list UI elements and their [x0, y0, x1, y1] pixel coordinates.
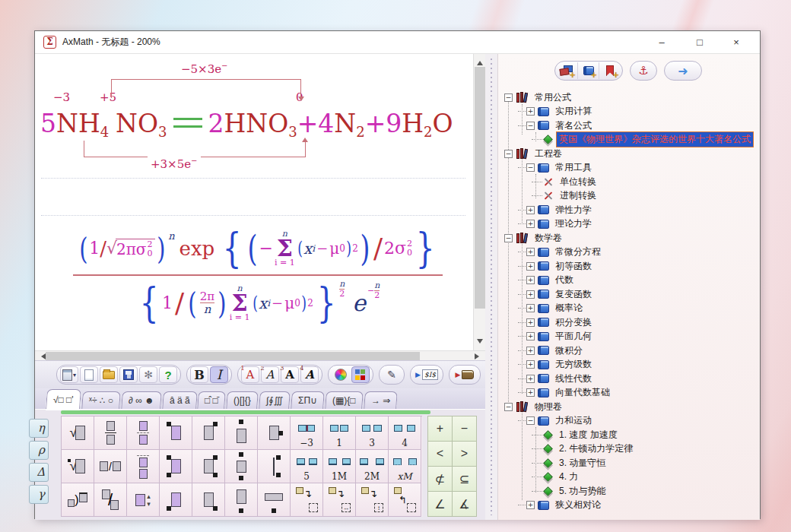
template-wide-underscript[interactable]: [258, 483, 291, 517]
font-preset-2-button[interactable]: 2A: [261, 366, 279, 383]
tab-operators[interactable]: ˣ÷ ∴ ○: [81, 391, 121, 409]
template-right-superscript[interactable]: [192, 416, 225, 450]
maximize-button[interactable]: □: [682, 31, 717, 54]
template-space-1M[interactable]: 1M: [323, 450, 356, 483]
template-overscript[interactable]: [225, 416, 258, 450]
template-side-dots[interactable]: ▴▾: [127, 483, 160, 517]
tree-item-notebook[interactable]: +积分变换: [501, 315, 757, 330]
symbol-angle[interactable]: ∠: [428, 492, 453, 517]
tree-item-notebook[interactable]: +概率论: [501, 302, 757, 316]
tree-item-notebook[interactable]: +理论力学: [501, 217, 757, 232]
help-button[interactable]: ?: [159, 366, 177, 383]
color-palette-button[interactable]: [351, 366, 370, 383]
tab-templates[interactable]: √□ □': [46, 389, 81, 409]
anchor-button[interactable]: ⚓: [630, 61, 657, 81]
template-over-under-scripts[interactable]: [225, 450, 258, 483]
tree-item-library[interactable]: −工程卷: [501, 147, 757, 161]
scroll-right-icon[interactable]: [475, 353, 482, 359]
template-space-2M[interactable]: 2M: [356, 450, 389, 483]
tab-brackets[interactable]: ()[]{}: [226, 391, 258, 409]
template-insert-return[interactable]: ↰: [389, 483, 421, 517]
tab-decorations[interactable]: □̂ □̄: [197, 391, 225, 409]
template-right-script-mid[interactable]: [258, 416, 291, 450]
tree-item-notebook[interactable]: −力和运动: [501, 414, 757, 429]
tree-item-notebook[interactable]: +弹性力学: [501, 203, 757, 217]
handwriting-button[interactable]: ✎: [383, 366, 401, 383]
template-space-xM[interactable]: xM: [389, 450, 421, 483]
settings-button[interactable]: ✻: [139, 366, 157, 383]
template-space-neg3[interactable]: −3: [291, 416, 323, 450]
symbol-minus[interactable]: −: [453, 416, 477, 442]
tree-item-notebook[interactable]: +无穷级数: [501, 358, 757, 372]
pane-splitter[interactable]: [485, 54, 497, 520]
insert-formula-button[interactable]: ➜: [664, 61, 702, 81]
vertical-scrollbar-thumb[interactable]: [475, 67, 485, 309]
bold-button[interactable]: B: [190, 366, 208, 383]
tree-item-notebook[interactable]: −常用工具: [501, 161, 757, 176]
tab-matrices[interactable]: (▦){□: [325, 391, 363, 409]
template-space-1[interactable]: 1: [323, 416, 356, 450]
template-space-5[interactable]: 5: [291, 450, 323, 483]
tree-item-notebook[interactable]: +复变函数: [501, 287, 757, 302]
template-fraction[interactable]: [94, 416, 127, 450]
scroll-left-icon[interactable]: [38, 353, 46, 359]
template-underscript[interactable]: [225, 483, 258, 517]
formula-library-button[interactable]: ▶: [453, 366, 477, 383]
font-preset-1-button[interactable]: 1A: [241, 366, 259, 383]
tree-item-formula[interactable]: 1. 速度 加速度: [501, 428, 757, 442]
template-under-over[interactable]: [127, 450, 160, 483]
italic-button[interactable]: I: [210, 366, 228, 383]
scroll-down-icon[interactable]: [477, 339, 483, 347]
template-insert-box[interactable]: ↴: [291, 483, 323, 517]
tree-item-library[interactable]: −数学卷: [501, 231, 757, 245]
tree-item-notebook[interactable]: +代数: [501, 274, 757, 288]
tree-item-notebook[interactable]: +向量代数基础: [501, 386, 757, 401]
symbol-subset-equal[interactable]: ⊆: [453, 467, 477, 492]
vertical-scrollbar[interactable]: [473, 54, 485, 350]
template-left-superscript[interactable]: [160, 416, 192, 450]
tab-big-operators[interactable]: ΣΠ∪: [291, 391, 324, 409]
symbol-less-than[interactable]: <: [428, 442, 453, 467]
tab-symbols[interactable]: ∂ ∞ ☻: [121, 391, 161, 409]
font-preset-4-button[interactable]: 4A: [300, 366, 319, 383]
template-nth-root[interactable]: √: [62, 450, 94, 483]
tab-integrals[interactable]: ∫∮∭: [259, 391, 291, 409]
minimize-button[interactable]: –: [644, 31, 679, 54]
add-library-button[interactable]: +: [557, 62, 578, 79]
tab-arrows[interactable]: → ⇒: [364, 391, 398, 409]
tree-item-library[interactable]: −物理卷: [501, 400, 757, 414]
tree-item-notebook[interactable]: +初等函数: [501, 259, 757, 274]
symbol-measured-angle[interactable]: ∡: [453, 492, 477, 517]
color-wheel-button[interactable]: [332, 366, 350, 383]
close-button[interactable]: ×: [719, 31, 754, 54]
tree-item-notebook[interactable]: +实用计算: [501, 105, 757, 119]
greek-gamma-button[interactable]: γ: [29, 485, 49, 504]
add-notebook-button[interactable]: +: [578, 62, 599, 79]
template-inline-fraction[interactable]: /: [94, 450, 127, 483]
template-skew-fraction[interactable]: /: [94, 483, 127, 517]
template-left-scripts[interactable]: [160, 450, 192, 483]
template-right-subscript[interactable]: [192, 483, 225, 517]
template-bar-scripts[interactable]: [258, 450, 291, 483]
greek-delta-button[interactable]: Δ: [29, 463, 49, 482]
open-button[interactable]: [100, 366, 118, 383]
tree-item-formula[interactable]: 3. 动量守恒: [501, 456, 757, 470]
greek-rho-button[interactable]: ρ: [29, 441, 49, 460]
tree-item-formula-selected[interactable]: 英国《物理世界》杂志评选的世界十大著名公式: [501, 133, 757, 147]
font-preset-3-button[interactable]: 3A: [281, 366, 299, 383]
template-sqrt[interactable]: √: [62, 416, 94, 450]
tree-item-tool[interactable]: 进制转换: [501, 189, 757, 204]
tree-item-formula[interactable]: 5. 功与势能: [501, 484, 757, 499]
template-over-under[interactable]: [127, 416, 160, 450]
add-bookmark-button[interactable]: +: [599, 62, 621, 79]
editor-canvas[interactable]: −3 +5 0 −5×3e− +3×5e− 5NH4NO32HNO3+4N2+9…: [35, 54, 485, 360]
tree-item-formula[interactable]: 2. 牛顿动力学定律: [501, 442, 757, 457]
tree-item-notebook[interactable]: −著名公式: [501, 119, 757, 133]
tree-item-notebook[interactable]: +平面几何: [501, 330, 757, 344]
tree-item-notebook[interactable]: +常微分方程: [501, 245, 757, 260]
symbol-not-subset[interactable]: ⊄: [428, 467, 453, 492]
template-insert-hbox[interactable]: ↴↔: [323, 483, 356, 517]
tab-accents[interactable]: â ä ã: [162, 391, 197, 409]
tree-item-notebook[interactable]: +线性代数: [501, 372, 757, 386]
greek-eta-button[interactable]: η: [29, 419, 49, 438]
